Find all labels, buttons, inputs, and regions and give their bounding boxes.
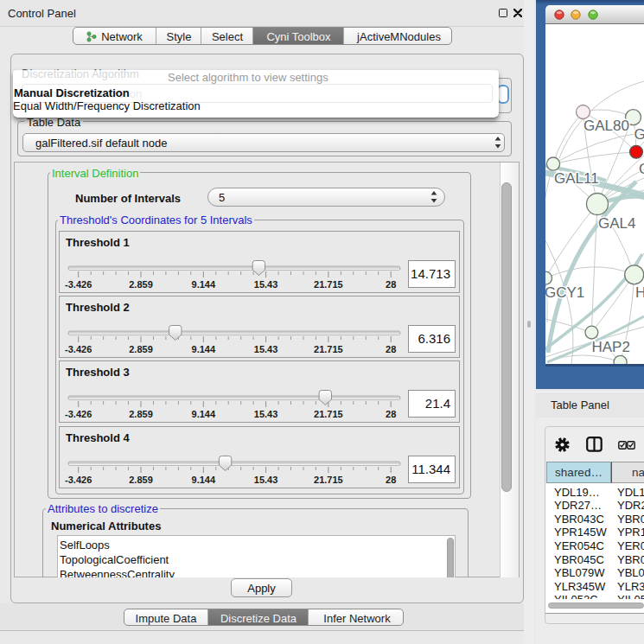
svg-text:15.43: 15.43 [254,344,278,354]
svg-text:C: C [639,161,644,177]
svg-text:-3.426: -3.426 [65,475,92,485]
svg-text:2.859: 2.859 [129,409,153,419]
svg-text:21.715: 21.715 [314,475,343,485]
svg-text:GAL80: GAL80 [583,118,629,134]
svg-text:21.715: 21.715 [314,409,343,419]
svg-text:GAL4: GAL4 [598,215,635,232]
svg-text:15.43: 15.43 [254,409,278,419]
svg-text:9.144: 9.144 [192,279,216,290]
svg-text:-3.426: -3.426 [65,279,92,290]
svg-text:9.144: 9.144 [192,409,216,419]
svg-text:21.715: 21.715 [314,279,343,290]
svg-text:G.: G. [634,126,644,143]
svg-text:2.859: 2.859 [129,279,153,290]
svg-text:28: 28 [386,279,396,290]
svg-text:9.144: 9.144 [192,344,216,354]
svg-text:HAP2: HAP2 [592,339,630,355]
svg-text:H: H [635,284,644,301]
svg-text:28: 28 [386,409,396,419]
svg-text:GAL11: GAL11 [554,170,599,187]
svg-text:15.43: 15.43 [254,279,278,290]
svg-text:15.43: 15.43 [254,475,278,485]
svg-text:GCY1: GCY1 [545,284,584,301]
svg-text:9.144: 9.144 [192,475,216,485]
svg-text:21.715: 21.715 [314,344,343,354]
svg-text:28: 28 [386,475,396,485]
svg-text:2.859: 2.859 [129,344,153,354]
svg-text:-3.426: -3.426 [65,409,92,419]
svg-text:-3.426: -3.426 [65,344,92,354]
svg-text:2.859: 2.859 [129,475,153,485]
svg-text:28: 28 [386,344,396,354]
